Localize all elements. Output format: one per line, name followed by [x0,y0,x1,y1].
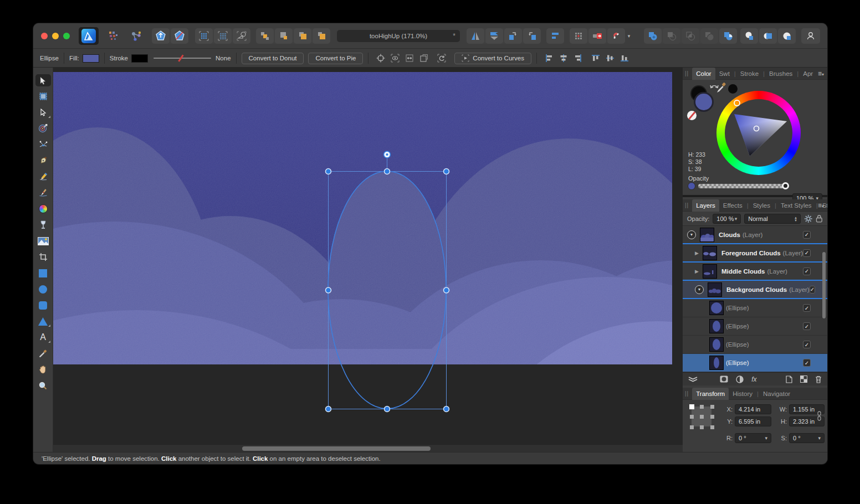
convert-to-curves-button[interactable]: Convert to Curves [454,53,531,64]
snapping-options-caret-icon[interactable]: ▾ [625,28,633,44]
visibility-checkbox[interactable]: ✓ [810,286,815,294]
boolean-subtract-icon[interactable] [663,28,680,44]
align-center-horizontally-icon[interactable] [556,52,571,64]
align-bottom-icon[interactable] [617,52,632,64]
layer-row-background-clouds[interactable]: ▼ Background Clouds (Layer) ✓ [683,281,827,299]
align-top-icon[interactable] [588,52,603,64]
blend-mode-select[interactable]: Normal ▴▾ [744,214,801,224]
visibility-checkbox[interactable]: ✓ [803,231,811,239]
traffic-zoom-button[interactable] [63,33,70,39]
pen-tool[interactable] [35,155,51,167]
visibility-checkbox[interactable]: ✓ [803,341,811,348]
place-image-tool[interactable] [35,235,51,247]
layer-thumbnail[interactable] [703,264,717,279]
expand-collapse-icon[interactable]: ▶ [695,250,699,256]
alignment-icon[interactable] [546,28,564,44]
artistic-text-tool[interactable]: A [35,331,51,343]
insert-behind-icon[interactable] [740,28,758,44]
transform-origin-icon[interactable] [373,52,388,64]
document-title[interactable]: tooHighUp (171.0%) * [337,30,460,42]
x-field[interactable]: 4.214 in [735,404,771,414]
corner-tool[interactable] [35,138,51,151]
add-layer-icon[interactable] [786,376,792,383]
move-by-whole-pixels-icon[interactable] [588,28,606,44]
expand-collapse-icon[interactable]: ▼ [687,230,696,239]
tab-history[interactable]: History [729,389,756,399]
transform-separately-icon[interactable] [417,52,431,64]
tab-effects[interactable]: Effects [719,200,746,210]
ellipse-tool[interactable] [35,283,51,295]
flip-vertical-icon[interactable] [485,28,503,44]
snapping-magnet-icon[interactable] [607,28,625,44]
node-tool[interactable] [35,106,51,119]
visibility-checkbox[interactable]: ✓ [803,359,811,367]
visibility-checkbox[interactable]: ✓ [803,268,811,275]
fill-tool[interactable] [35,203,51,215]
show-handles-icon[interactable] [402,52,417,64]
tab-swatches[interactable]: Swt [715,69,734,79]
expand-collapse-icon[interactable]: ▼ [695,285,704,294]
layers-opacity-field[interactable]: 100 %▾ [713,214,741,224]
no-fill-well[interactable] [687,111,697,120]
synchronize-defaults-icon[interactable] [152,28,170,44]
horizontal-scrollbar[interactable] [53,444,683,452]
opacity-slider-knob[interactable] [782,182,789,189]
layer-row-ellipse-3[interactable]: (Ellipse) ✓ [683,336,827,354]
panel-grip[interactable]: || [685,202,689,208]
stroke-width-slider[interactable] [153,54,211,63]
boolean-add-icon[interactable] [644,28,662,44]
tab-color[interactable]: Color [692,68,715,80]
mask-layer-icon[interactable] [720,376,728,383]
rotate-counterclockwise-icon[interactable] [504,28,522,44]
tab-brushes[interactable]: Brushes [765,69,796,79]
point-transform-tool[interactable] [35,122,51,135]
panel-grip[interactable]: || [685,70,689,76]
share-icon[interactable] [127,28,145,44]
move-forward-icon[interactable] [294,28,311,44]
revert-defaults-icon[interactable] [171,28,188,44]
color-picker-tool[interactable] [35,347,51,359]
lock-icon[interactable] [816,214,823,223]
layer-thumbnail[interactable] [708,282,722,297]
add-pixel-layer-icon[interactable] [800,376,807,383]
triangle-tool[interactable] [35,315,51,327]
delete-layer-icon[interactable] [815,376,822,383]
layer-row-ellipse-1[interactable]: (Ellipse) ✓ [683,299,827,317]
convert-to-pie-button[interactable]: Convert to Pie [308,53,363,64]
flip-horizontal-icon[interactable] [467,28,484,44]
vector-crop-tool[interactable] [35,251,51,263]
handle-bottom-center[interactable] [385,407,390,412]
insert-on-top-icon[interactable] [778,28,796,44]
show-grid-icon[interactable] [195,28,213,44]
tab-appearance[interactable]: Apr [799,69,817,79]
layer-thumbnail[interactable] [709,301,724,315]
rectangle-tool[interactable] [35,267,51,279]
selection-visibility-icon[interactable] [388,52,402,64]
move-tool[interactable] [35,74,51,86]
tab-stroke[interactable]: Stroke [736,69,762,79]
fill-swatch[interactable] [83,54,99,63]
layer-thumbnail[interactable] [709,337,724,352]
move-to-front-icon[interactable] [313,28,330,44]
account-icon[interactable] [801,28,820,44]
align-left-icon[interactable] [542,52,556,64]
tab-styles[interactable]: Styles [749,200,774,210]
layer-thumbnail[interactable] [703,246,717,260]
handle-bottom-left[interactable] [326,407,331,412]
boolean-combine-icon[interactable] [719,28,737,44]
rotation-field[interactable]: 0 °▾ [735,433,771,443]
move-backward-icon[interactable] [275,28,293,44]
insert-inside-icon[interactable] [759,28,777,44]
layer-thumbnail[interactable] [709,356,724,370]
shear-field[interactable]: 0 °▾ [789,433,825,443]
opacity-slider[interactable] [698,184,787,188]
fill-color-well[interactable] [694,92,714,112]
artboard-tool[interactable] [35,90,51,102]
boolean-divide-icon[interactable] [700,28,718,44]
edit-all-layers-icon[interactable] [688,376,698,383]
view-hand-tool[interactable] [35,363,51,376]
layer-row-foreground-clouds[interactable]: ▶ Foreground Clouds (Layer) ✓ [683,244,827,263]
aspect-link-icon[interactable] [817,411,822,421]
anchor-point-selector[interactable] [689,404,716,431]
convert-to-donut-button[interactable]: Convert to Donut [242,53,304,64]
